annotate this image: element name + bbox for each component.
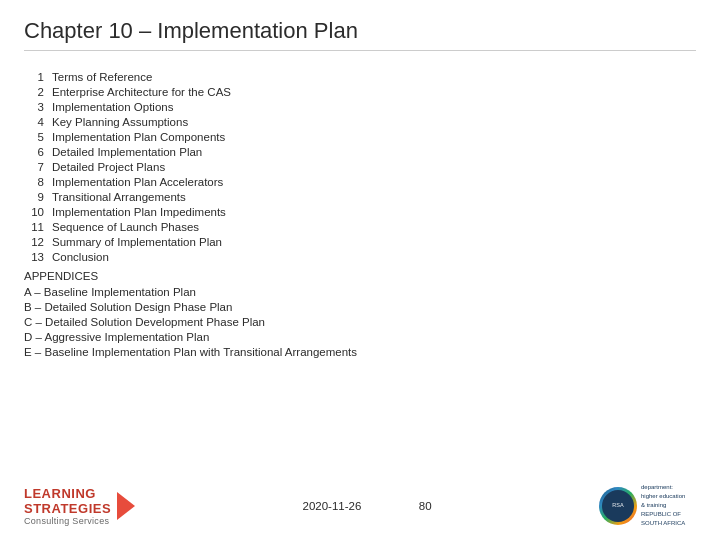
gov-text-line4: REPUBLIC OF SOUTH AFRICA <box>641 510 696 528</box>
toc-num: 10 <box>24 204 52 219</box>
toc-num: 11 <box>24 219 52 234</box>
toc-row: 4Key Planning Assumptions <box>24 114 231 129</box>
toc-label: Implementation Plan Accelerators <box>52 174 231 189</box>
footer-right: RSA department: higher education & train… <box>599 483 696 528</box>
toc-num: 6 <box>24 144 52 159</box>
appendices-block: APPENDICES A – Baseline Implementation P… <box>24 270 696 359</box>
toc-row: 5Implementation Plan Components <box>24 129 231 144</box>
footer-page-num: 80 <box>419 500 432 512</box>
logo-text: LEARNING STRATEGIES Consulting Services <box>24 486 111 526</box>
toc-label: Key Planning Assumptions <box>52 114 231 129</box>
appendices-title: APPENDICES <box>24 270 696 282</box>
toc-num: 3 <box>24 99 52 114</box>
gov-emblem-text: RSA <box>612 502 623 509</box>
footer: LEARNING STRATEGIES Consulting Services … <box>24 475 696 528</box>
footer-date: 2020-11-26 <box>302 500 361 512</box>
gov-text-line2: higher education <box>641 492 696 501</box>
toc-label: Implementation Plan Impediments <box>52 204 231 219</box>
appendix-item: B – Detailed Solution Design Phase Plan <box>24 299 696 314</box>
toc-row: 3Implementation Options <box>24 99 231 114</box>
toc-num: 13 <box>24 249 52 264</box>
toc-label: Detailed Implementation Plan <box>52 144 231 159</box>
logo-line3: Consulting Services <box>24 516 111 526</box>
logo-arrow-icon <box>117 492 135 520</box>
footer-left: LEARNING STRATEGIES Consulting Services <box>24 486 135 526</box>
gov-emblem-inner: RSA <box>602 490 634 522</box>
toc-label: Implementation Options <box>52 99 231 114</box>
toc-label: Enterprise Architecture for the CAS <box>52 84 231 99</box>
logo-line1: LEARNING <box>24 486 111 501</box>
footer-right-content: RSA department: higher education & train… <box>599 483 696 528</box>
toc-num: 8 <box>24 174 52 189</box>
toc-label: Transitional Arrangements <box>52 189 231 204</box>
footer-center: 2020-11-26 80 <box>135 500 599 512</box>
appendix-item: D – Aggressive Implementation Plan <box>24 329 696 344</box>
toc-row: 11Sequence of Launch Phases <box>24 219 231 234</box>
toc-label: Terms of Reference <box>52 69 231 84</box>
toc-row: 2Enterprise Architecture for the CAS <box>24 84 231 99</box>
toc-label: Conclusion <box>52 249 231 264</box>
toc-row: 7Detailed Project Plans <box>24 159 231 174</box>
toc-row: 10Implementation Plan Impediments <box>24 204 231 219</box>
toc-label: Sequence of Launch Phases <box>52 219 231 234</box>
page-container: Chapter 10 – Implementation Plan 1Terms … <box>0 0 720 540</box>
toc-label: Detailed Project Plans <box>52 159 231 174</box>
gov-text-line3: & training <box>641 501 696 510</box>
toc-row: 8Implementation Plan Accelerators <box>24 174 231 189</box>
toc-table: 1Terms of Reference2Enterprise Architect… <box>24 69 231 264</box>
toc-num: 5 <box>24 129 52 144</box>
toc-label: Implementation Plan Components <box>52 129 231 144</box>
toc-row: 12Summary of Implementation Plan <box>24 234 231 249</box>
toc-row: 9Transitional Arrangements <box>24 189 231 204</box>
appendix-item: A – Baseline Implementation Plan <box>24 284 696 299</box>
toc-row: 13Conclusion <box>24 249 231 264</box>
toc-num: 7 <box>24 159 52 174</box>
logo-line2: STRATEGIES <box>24 501 111 516</box>
page-title: Chapter 10 – Implementation Plan <box>24 18 696 51</box>
gov-side-text: department: higher education & training … <box>641 483 696 528</box>
toc-num: 9 <box>24 189 52 204</box>
appendix-item: E – Baseline Implementation Plan with Tr… <box>24 344 696 359</box>
toc-label: Summary of Implementation Plan <box>52 234 231 249</box>
toc-num: 2 <box>24 84 52 99</box>
toc-num: 4 <box>24 114 52 129</box>
toc-row: 1Terms of Reference <box>24 69 231 84</box>
gov-emblem-icon: RSA <box>599 487 637 525</box>
gov-text-line1: department: <box>641 483 696 492</box>
content-area: 1Terms of Reference2Enterprise Architect… <box>24 59 696 475</box>
toc-row: 6Detailed Implementation Plan <box>24 144 231 159</box>
toc-num: 1 <box>24 69 52 84</box>
toc-num: 12 <box>24 234 52 249</box>
appendix-item: C – Detailed Solution Development Phase … <box>24 314 696 329</box>
